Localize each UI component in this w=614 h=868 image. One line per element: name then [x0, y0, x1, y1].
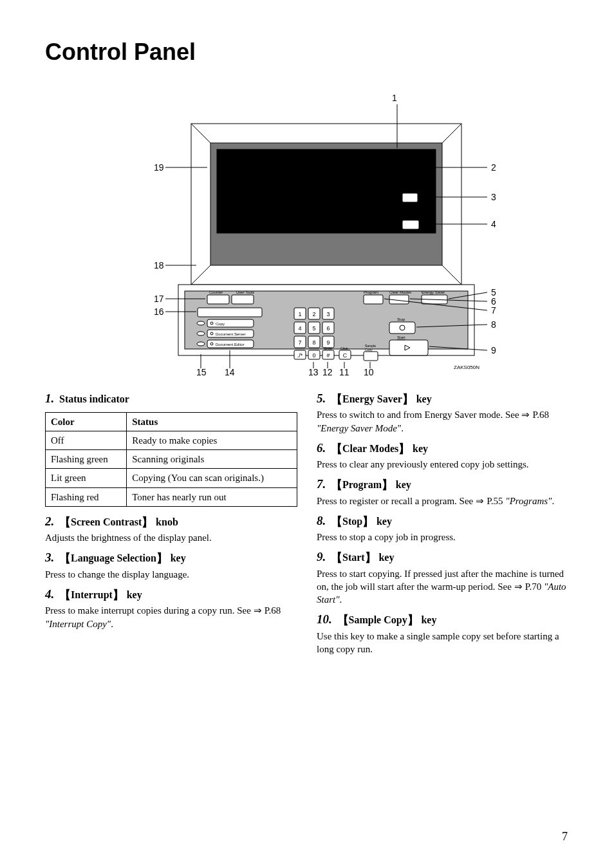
- svg-rect-20: [232, 295, 254, 304]
- item-4-desc: Press to make interrupt copies during a …: [45, 604, 297, 630]
- callout-4: 4: [491, 219, 496, 229]
- diagram-ref: ZAKS050N: [454, 364, 479, 370]
- table-row: Flashing green Scanning originals: [46, 450, 297, 469]
- item-8-desc: Press to stop a copy job in progress.: [317, 531, 569, 543]
- item-5-desc: Press to switch to and from Energy Saver…: [317, 408, 569, 435]
- svg-text:Screen: Screen: [402, 149, 416, 153]
- svg-text:Clear: Clear: [340, 346, 348, 350]
- svg-text:Copy: Copy: [365, 348, 373, 352]
- svg-rect-72: [389, 340, 428, 355]
- callout-9: 9: [491, 345, 496, 355]
- svg-rect-12: [402, 193, 418, 202]
- bracket-close-icon: 】: [402, 393, 414, 406]
- callout-19: 19: [154, 162, 164, 173]
- item-3-suffix: key: [171, 552, 186, 563]
- callout-7: 7: [491, 305, 496, 316]
- svg-text:Counter: Counter: [209, 290, 223, 294]
- item-6-suffix: key: [413, 443, 428, 454]
- status-table: Color Status Off Ready to make copies Fl…: [45, 412, 297, 507]
- table-row: Flashing red Toner has nearly run out: [46, 487, 297, 506]
- item-4: 4. 【Interrupt】 key Press to make interru…: [45, 586, 297, 630]
- svg-text:User Tools: User Tools: [236, 290, 254, 294]
- status-th-color: Color: [46, 412, 127, 431]
- arrow-icon: ⇒: [254, 605, 265, 616]
- bracket-close-icon: 】: [398, 442, 410, 455]
- item-2: 2. 【Screen Contrast】 knob Adjusts the br…: [45, 513, 297, 545]
- item-10-num: 10.: [317, 612, 332, 626]
- bracket-open-icon: 【: [331, 515, 342, 528]
- svg-point-33: [197, 342, 205, 346]
- callout-3: 3: [491, 192, 496, 202]
- arrow-icon: ⇒: [521, 409, 532, 420]
- item-4-num: 4.: [45, 587, 54, 601]
- right-column: 5. 【Energy Saver】 key Press to switch to…: [317, 390, 569, 661]
- page-title: Control Panel: [45, 39, 569, 66]
- svg-rect-75: [364, 352, 378, 361]
- bracket-close-icon: 】: [365, 551, 377, 564]
- table-row: Off Ready to make copies: [46, 431, 297, 449]
- callout-11: 11: [339, 367, 349, 377]
- svg-text:Stop: Stop: [397, 317, 405, 321]
- item-2-desc: Adjusts the brightness of the display pa…: [45, 531, 297, 544]
- item-6: 6. 【Clear Modes】 key Press to clear any …: [317, 440, 569, 471]
- item-5-label: Energy Saver: [342, 393, 402, 404]
- bracket-open-icon: 【: [59, 516, 71, 529]
- svg-text:#: #: [326, 352, 330, 359]
- svg-text:6: 6: [326, 325, 330, 332]
- table-row: Lit green Copying (You can scan original…: [46, 469, 297, 487]
- svg-rect-22: [207, 319, 254, 327]
- svg-rect-65: [364, 295, 383, 304]
- item-9-num: 9.: [317, 550, 326, 563]
- svg-point-25: [197, 321, 205, 325]
- item-9-label: Start: [342, 552, 365, 563]
- item-10-label: Sample Copy: [349, 614, 407, 625]
- bracket-open-icon: 【: [331, 393, 342, 406]
- svg-text:Document Editor: Document Editor: [216, 343, 245, 346]
- svg-text:Clear Modes: Clear Modes: [389, 290, 411, 294]
- content-columns: 1. Status indicator Color Status Off Rea…: [45, 390, 569, 661]
- callout-15: 15: [196, 367, 207, 377]
- callout-1: 1: [392, 93, 397, 103]
- svg-rect-69: [389, 322, 415, 334]
- item-8: 8. 【Stop】 key Press to stop a copy job i…: [317, 513, 569, 544]
- item-7-desc: Press to register or recall a program. S…: [317, 495, 569, 507]
- bracket-close-icon: 】: [407, 614, 419, 627]
- svg-text:3: 3: [326, 311, 330, 317]
- callout-2: 2: [491, 162, 496, 173]
- item-4-label: Interrupt: [71, 589, 113, 600]
- item-9: 9. 【Start】 key Press to start copying. I…: [317, 549, 569, 606]
- bracket-open-icon: 【: [337, 614, 349, 627]
- item-9-desc: Press to start copying. If pressed just …: [317, 567, 569, 607]
- item-10-desc: Use this key to make a single sample cop…: [317, 630, 569, 656]
- bracket-close-icon: 】: [382, 478, 393, 491]
- item-2-suffix: knob: [156, 516, 178, 527]
- callout-8: 8: [491, 319, 496, 330]
- svg-text:4: 4: [298, 325, 301, 332]
- svg-text:0: 0: [312, 352, 315, 359]
- item-7: 7. 【Program】 key Press to register or re…: [317, 476, 569, 507]
- svg-rect-14: [402, 220, 419, 229]
- item-6-label: Clear Modes: [342, 443, 398, 454]
- svg-text:2: 2: [312, 311, 315, 317]
- svg-text:Start: Start: [397, 335, 405, 339]
- bracket-open-icon: 【: [59, 589, 71, 601]
- item-6-desc: Press to clear any previously entered co…: [317, 458, 569, 471]
- arrow-icon: ⇒: [476, 495, 487, 506]
- bracket-close-icon: 】: [113, 589, 124, 601]
- svg-text:Interrupt: Interrupt: [404, 216, 418, 220]
- bracket-close-icon: 】: [142, 516, 153, 529]
- item-1: 1. Status indicator: [45, 390, 297, 407]
- item-3-num: 3.: [45, 551, 54, 564]
- item-10: 10. 【Sample Copy】 key Use this key to ma…: [317, 611, 569, 656]
- item-6-num: 6.: [317, 441, 326, 455]
- svg-text:C: C: [343, 352, 348, 359]
- callout-12: 12: [322, 367, 333, 377]
- item-2-label: Screen Contrast: [71, 516, 142, 527]
- item-3-label: Language Selection: [71, 552, 156, 563]
- item-1-label: Status indicator: [59, 393, 129, 404]
- item-7-suffix: key: [396, 479, 411, 490]
- svg-text:Copy: Copy: [216, 322, 225, 326]
- item-5-num: 5.: [317, 392, 326, 405]
- svg-rect-21: [198, 308, 262, 317]
- item-3: 3. 【Language Selection】 key Press to cha…: [45, 549, 297, 581]
